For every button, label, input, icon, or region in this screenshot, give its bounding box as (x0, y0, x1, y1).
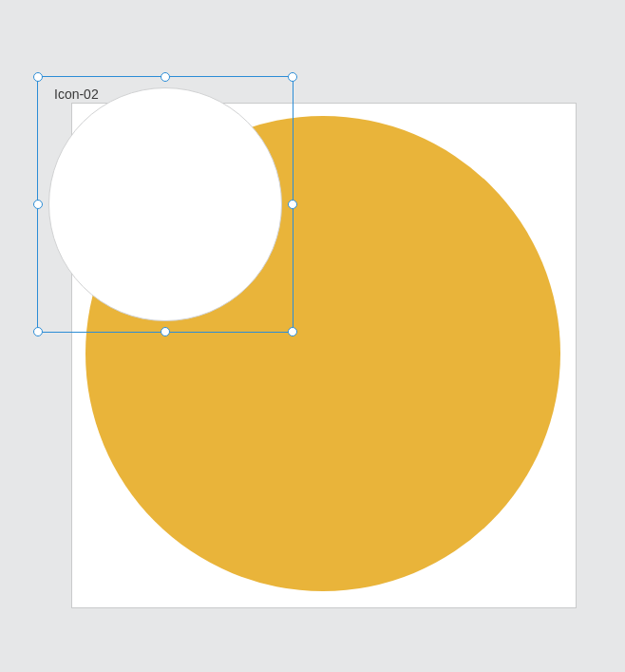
resize-handle-ne[interactable] (288, 72, 297, 82)
resize-handle-w[interactable] (33, 200, 43, 209)
resize-handle-e[interactable] (288, 200, 297, 209)
resize-handle-nw[interactable] (33, 72, 43, 82)
resize-handle-se[interactable] (288, 327, 297, 336)
shape-selected-circle[interactable] (48, 87, 282, 321)
selection-layer-label: Icon-02 (54, 87, 99, 101)
resize-handle-s[interactable] (161, 327, 170, 336)
resize-handle-n[interactable] (161, 72, 170, 82)
resize-handle-sw[interactable] (33, 327, 43, 336)
selected-layer[interactable]: Icon-02 (37, 76, 294, 333)
